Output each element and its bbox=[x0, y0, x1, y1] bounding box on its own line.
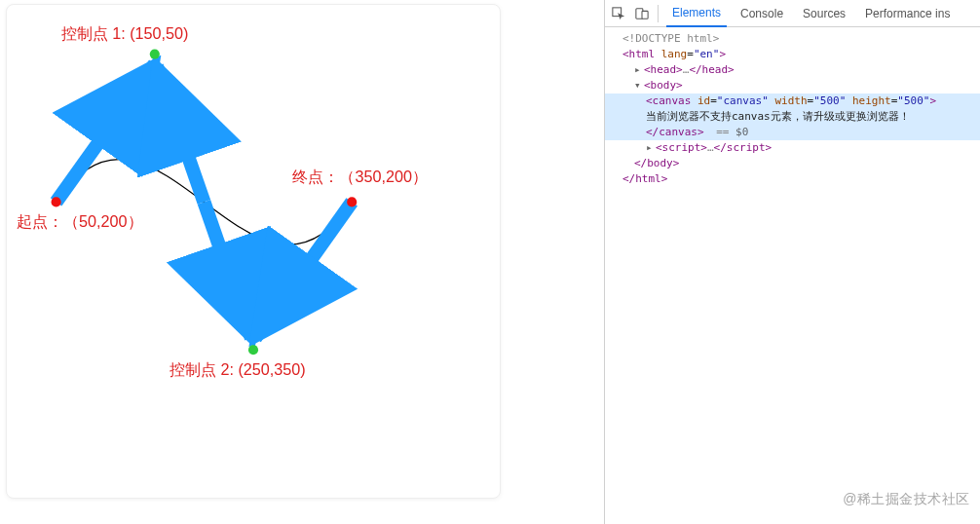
canvas-node-selected[interactable]: ⋯ <canvas id="canvas" width="500" height… bbox=[605, 94, 980, 140]
arrow-end-to-cp2 bbox=[255, 202, 352, 338]
bezier-figure: 起点：（50,200） 控制点 1: (150,50) 控制点 2: (250,… bbox=[7, 5, 500, 498]
body-close-node[interactable]: </body> bbox=[611, 156, 974, 171]
svg-rect-2 bbox=[642, 11, 648, 19]
tab-sources[interactable]: Sources bbox=[797, 0, 851, 26]
head-node[interactable]: ▸<head>…</head> bbox=[611, 62, 974, 78]
html-open-node[interactable]: <html lang="en"> bbox=[611, 47, 974, 62]
cp2-label: 控制点 2: (250,350) bbox=[170, 360, 306, 378]
arrow-mid-to-cp2 bbox=[204, 202, 251, 338]
start-point bbox=[52, 197, 61, 206]
start-label: 起点：（50,200） bbox=[17, 212, 143, 230]
arrow-mid-to-cp1 bbox=[157, 66, 205, 203]
canvas-preview: 起点：（50,200） 控制点 1: (150,50) 控制点 2: (250,… bbox=[6, 4, 501, 499]
tab-performance[interactable]: Performance ins bbox=[859, 0, 956, 26]
devtools-panel: Elements Console Sources Performance ins… bbox=[604, 0, 980, 524]
end-point bbox=[347, 197, 357, 206]
cp1-label: 控制点 1: (150,50) bbox=[61, 24, 189, 42]
device-toolbar-icon[interactable] bbox=[634, 6, 650, 21]
tab-elements[interactable]: Elements bbox=[666, 1, 727, 27]
dom-tree[interactable]: <!DOCTYPE html> <html lang="en"> ▸<head>… bbox=[605, 27, 980, 524]
arrow-start-to-cp1 bbox=[57, 64, 155, 203]
body-open-node[interactable]: ▾<body> bbox=[611, 78, 974, 94]
tab-console[interactable]: Console bbox=[735, 0, 789, 26]
html-close-node[interactable]: </html> bbox=[611, 171, 974, 187]
toolbar-separator bbox=[658, 5, 659, 22]
end-label: 终点：（350,200） bbox=[292, 168, 428, 185]
canvas-fallback-text: 当前浏览器不支持canvas元素，请升级或更换浏览器！ bbox=[611, 109, 974, 125]
doctype-node[interactable]: <!DOCTYPE html> bbox=[611, 31, 974, 47]
watermark-text: @稀土掘金技术社区 bbox=[843, 491, 970, 508]
script-node[interactable]: ▸<script>…</script> bbox=[611, 140, 974, 156]
inspect-element-icon[interactable] bbox=[611, 6, 626, 21]
devtools-toolbar: Elements Console Sources Performance ins bbox=[605, 0, 980, 27]
control-point-2 bbox=[248, 345, 258, 355]
control-point-1 bbox=[150, 50, 160, 59]
